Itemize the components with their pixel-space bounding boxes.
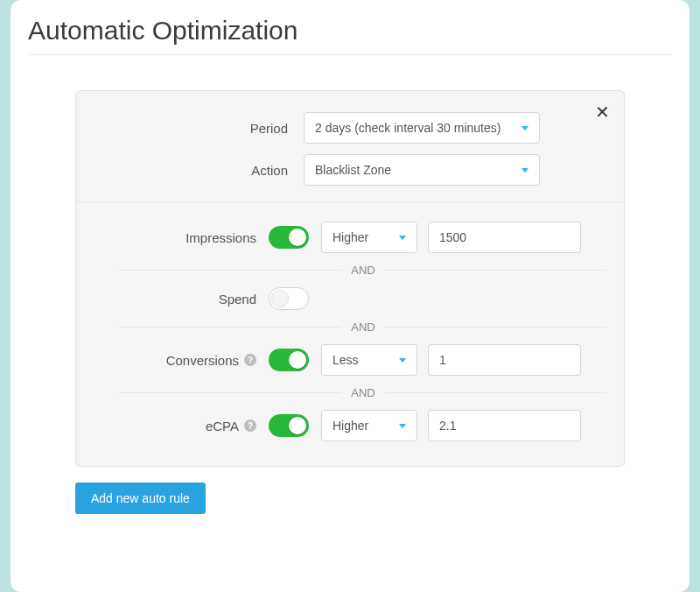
and-divider: AND bbox=[94, 264, 606, 277]
conversions-value-input[interactable] bbox=[428, 344, 581, 376]
condition-label: Impressions bbox=[186, 230, 256, 245]
period-select[interactable]: 2 days (check interval 30 minutes) bbox=[304, 112, 540, 144]
action-select[interactable]: Blacklist Zone bbox=[304, 154, 540, 186]
impressions-value-input[interactable] bbox=[428, 222, 581, 253]
comparator-value: Higher bbox=[332, 230, 368, 244]
and-divider: AND bbox=[94, 386, 606, 399]
chevron-down-icon bbox=[399, 236, 406, 240]
condition-row-conversions: Conversions ? Less bbox=[94, 335, 606, 384]
condition-label: Conversions bbox=[166, 353, 239, 368]
rule-card-body: Impressions Higher AND Spend bbox=[76, 202, 624, 466]
rule-card-header: Period 2 days (check interval 30 minutes… bbox=[76, 91, 624, 202]
conversions-comparator-select[interactable]: Less bbox=[321, 344, 417, 376]
close-icon[interactable]: ✕ bbox=[595, 103, 610, 121]
condition-row-impressions: Impressions Higher bbox=[94, 213, 606, 262]
and-text: AND bbox=[342, 386, 383, 399]
help-icon[interactable]: ? bbox=[244, 354, 256, 366]
help-icon[interactable]: ? bbox=[244, 419, 256, 432]
rule-card: ✕ Period 2 days (check interval 30 minut… bbox=[75, 90, 625, 467]
and-divider: AND bbox=[94, 321, 606, 334]
condition-label: eCPA bbox=[206, 419, 239, 433]
comparator-value: Higher bbox=[332, 419, 368, 433]
ecpa-value-input[interactable] bbox=[428, 410, 581, 441]
add-rule-button[interactable]: Add new auto rule bbox=[75, 483, 206, 514]
action-label: Action bbox=[94, 163, 304, 178]
impressions-comparator-select[interactable]: Higher bbox=[321, 222, 417, 253]
condition-row-spend: Spend bbox=[94, 278, 606, 319]
period-label: Period bbox=[94, 121, 304, 136]
chevron-down-icon bbox=[399, 358, 406, 363]
and-text: AND bbox=[342, 264, 383, 277]
and-text: AND bbox=[342, 321, 383, 334]
action-select-value: Blacklist Zone bbox=[315, 163, 391, 177]
chevron-down-icon bbox=[522, 168, 528, 173]
period-select-value: 2 days (check interval 30 minutes) bbox=[315, 121, 500, 135]
chevron-down-icon bbox=[522, 126, 528, 130]
conversions-toggle[interactable] bbox=[269, 349, 309, 371]
condition-row-ecpa: eCPA ? Higher bbox=[94, 401, 606, 450]
condition-label: Spend bbox=[219, 292, 256, 307]
page-title: Automatic Optimization bbox=[28, 16, 672, 55]
spend-toggle[interactable] bbox=[269, 287, 309, 310]
ecpa-comparator-select[interactable]: Higher bbox=[321, 410, 417, 441]
impressions-toggle[interactable] bbox=[269, 226, 309, 249]
comparator-value: Less bbox=[332, 353, 359, 367]
chevron-down-icon bbox=[399, 424, 406, 428]
ecpa-toggle[interactable] bbox=[269, 414, 309, 437]
